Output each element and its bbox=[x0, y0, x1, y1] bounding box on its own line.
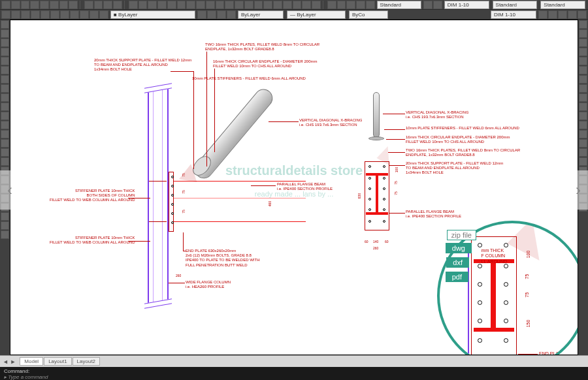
note-r-beam: PARALLEL FLANGE BEAM i.e. IPE400 SECTION… bbox=[406, 210, 461, 219]
command-input[interactable]: Type a command bbox=[8, 374, 48, 380]
brace-right bbox=[373, 92, 380, 138]
column-flange bbox=[148, 89, 149, 304]
bolt bbox=[171, 176, 174, 178]
linetype-dropdown[interactable]: — ByLayer bbox=[287, 10, 346, 19]
note-support-plate: 20mm THICK SUPPORT PLATE - FILLET WELD 1… bbox=[94, 58, 191, 72]
color-dropdown[interactable]: ByLayer bbox=[238, 10, 284, 19]
tab-layout2[interactable]: Layout2 bbox=[73, 357, 100, 366]
note-thick-plates: TWO 16mm THICK PLATES, FILLET WELD 8mm T… bbox=[205, 42, 319, 52]
lineweight-dropdown[interactable]: ByCo bbox=[349, 10, 388, 19]
textstyle-dropdown[interactable]: Standard bbox=[377, 1, 422, 9]
note-r-xbracing: VERTICAL DIAGONAL X-BRACING i.e. CHS 193… bbox=[406, 110, 468, 119]
dxf-badge: dxf bbox=[446, 257, 469, 268]
tab-model[interactable]: Model bbox=[20, 357, 43, 366]
note-stiffeners: 10mm PLATE STIFFENERS - FILLET WELD 6mm … bbox=[192, 76, 306, 81]
note-stiffener-single: STIFFENER PLATE 10mm THICK FILLET WELD T… bbox=[50, 236, 135, 245]
zip-label: zip file bbox=[447, 230, 476, 240]
stiffener bbox=[149, 181, 167, 182]
note-r-endplate: 16mm THICK CIRCULAR ENDPLATE - DIAMETER … bbox=[406, 135, 510, 144]
command-label: Command: bbox=[4, 368, 584, 374]
layer-dropdown[interactable]: ■ ByLayer bbox=[110, 10, 195, 19]
watermark: structuraldetails store bbox=[225, 163, 363, 178]
note-r-thickplates: TWO 16mm THICK PLATES, FILLET WELD 8mm T… bbox=[406, 148, 520, 157]
note-r-stiffeners: 10mm PLATE STIFFENERS - FILLET WELD 6mm … bbox=[406, 126, 519, 131]
note-column: WIDE FLANGE COLUMN i.e. HEA260 PROFILE bbox=[186, 280, 231, 289]
note-r-support: 20mm THICK SUPPORT PLATE - FILLET WELD 1… bbox=[406, 161, 503, 176]
note-stiffener-both: STIFFENER PLATE 10mm THICK BOTH SIDES OF… bbox=[50, 189, 135, 203]
toolbar-row-1: Standard DIM 1-10 Standard Standard bbox=[0, 0, 588, 10]
pdf-badge: pdf bbox=[446, 272, 468, 282]
dim-260: 260 bbox=[176, 274, 181, 277]
drawing-canvas[interactable]: structuraldetails store ready made ... l… bbox=[10, 20, 578, 355]
tool-icon[interactable] bbox=[1, 1, 10, 9]
zoom-preview: 100 75 75 150 END PLATE 630x260x 2x6 (12… bbox=[437, 221, 578, 355]
note-beam: PARALLEL FLANGE BEAM i.e. IPE400 SECTION… bbox=[277, 182, 333, 191]
dimstyle-dropdown[interactable]: DIM 1-10 bbox=[444, 1, 489, 9]
command-bar: Command: ▸ Type a command bbox=[0, 367, 588, 380]
prev-arrow[interactable]: ‹ bbox=[0, 170, 20, 210]
dwg-badge: dwg bbox=[446, 243, 472, 253]
note-xbracing: VERTICAL DIAGONAL X-BRACING i.e. CHS 193… bbox=[299, 118, 362, 127]
toolbar-row-2: ■ ByLayer ByLayer — ByLayer ByCo DIM 1-1… bbox=[0, 10, 588, 20]
next-arrow[interactable]: › bbox=[568, 170, 588, 210]
tab-layout1[interactable]: Layout1 bbox=[44, 357, 71, 366]
layout-tabs: ◄ ► Model Layout1 Layout2 bbox=[0, 355, 588, 367]
note-circular-endplate: 16mm THICK CIRCULAR ENDPLATE - DIAMETER … bbox=[213, 59, 317, 69]
note-endplate: END PLATE 630x260x20mm 2x6 (12) M20mm BO… bbox=[186, 249, 259, 268]
